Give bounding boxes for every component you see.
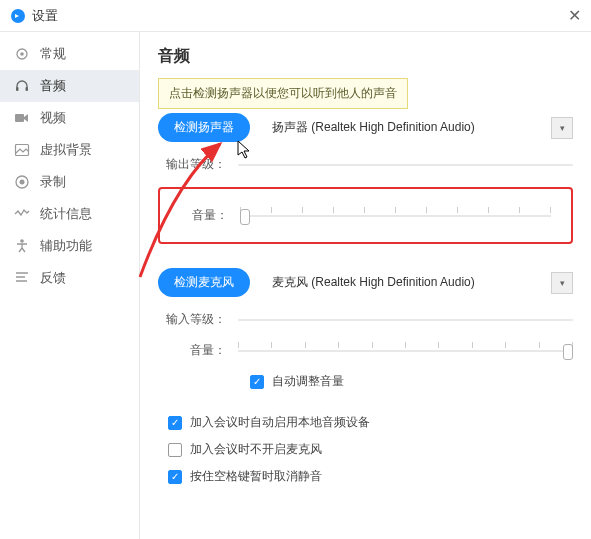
sidebar-item-label: 虚拟背景 <box>40 141 92 159</box>
sidebar-item-label: 音频 <box>40 77 66 95</box>
output-level-label: 输出等级： <box>158 156 238 173</box>
sidebar-item-label: 统计信息 <box>40 205 92 223</box>
chevron-down-icon[interactable]: ▾ <box>551 117 573 139</box>
content: 音频 点击检测扬声器以便您可以听到他人的声音 检测扬声器 扬声器 (Realte… <box>140 32 591 539</box>
image-icon <box>14 142 30 158</box>
mic-volume-label: 音量： <box>158 342 238 359</box>
sidebar-item-general[interactable]: 常规 <box>0 38 139 70</box>
close-icon[interactable]: ✕ <box>568 6 581 25</box>
sidebar-item-feedback[interactable]: 反馈 <box>0 262 139 294</box>
sidebar-item-label: 视频 <box>40 109 66 127</box>
audio-options: ✓ 加入会议时自动启用本地音频设备 加入会议时不开启麦克风 ✓ 按住空格键暂时取… <box>158 414 573 485</box>
speaker-section: 检测扬声器 扬声器 (Realtek High Definition Audio… <box>158 113 573 244</box>
option-label: 按住空格键暂时取消静音 <box>190 468 322 485</box>
speaker-device-text: 扬声器 (Realtek High Definition Audio) <box>264 114 551 141</box>
record-icon <box>14 174 30 190</box>
gear-icon <box>14 46 30 62</box>
sidebar-item-audio[interactable]: 音频 <box>0 70 139 102</box>
input-level-label: 输入等级： <box>158 311 238 328</box>
checkbox-checked-icon[interactable]: ✓ <box>168 470 182 484</box>
checkbox-checked-icon[interactable]: ✓ <box>168 416 182 430</box>
window-title: 设置 <box>32 7 58 25</box>
speaker-device-select[interactable]: 扬声器 (Realtek High Definition Audio) ▾ <box>264 114 573 141</box>
svg-rect-3 <box>16 87 19 91</box>
svg-point-9 <box>20 239 24 243</box>
option-label: 加入会议时自动启用本地音频设备 <box>190 414 370 431</box>
sidebar-item-label: 辅助功能 <box>40 237 92 255</box>
feedback-icon <box>14 270 30 286</box>
sidebar-item-label: 常规 <box>40 45 66 63</box>
mic-device-text: 麦克风 (Realtek High Definition Audio) <box>264 269 551 296</box>
speaker-volume-slider[interactable] <box>240 208 551 224</box>
test-mic-button[interactable]: 检测麦克风 <box>158 268 250 297</box>
sidebar-item-recording[interactable]: 录制 <box>0 166 139 198</box>
mic-device-select[interactable]: 麦克风 (Realtek High Definition Audio) ▾ <box>264 269 573 296</box>
sidebar-item-virtual-bg[interactable]: 虚拟背景 <box>0 134 139 166</box>
checkbox-unchecked-icon[interactable] <box>168 443 182 457</box>
accessibility-icon <box>14 238 30 254</box>
sidebar-item-statistics[interactable]: 统计信息 <box>0 198 139 230</box>
sidebar-item-label: 反馈 <box>40 269 66 287</box>
svg-point-2 <box>20 52 24 56</box>
tooltip: 点击检测扬声器以便您可以听到他人的声音 <box>158 78 408 109</box>
svg-rect-4 <box>26 87 29 91</box>
mic-volume-slider[interactable] <box>238 343 573 359</box>
sidebar-item-label: 录制 <box>40 173 66 191</box>
chevron-down-icon[interactable]: ▾ <box>551 272 573 294</box>
output-level-meter <box>238 161 573 169</box>
svg-point-8 <box>20 180 25 185</box>
sidebar-item-accessibility[interactable]: 辅助功能 <box>0 230 139 262</box>
option-auto-enable-audio[interactable]: ✓ 加入会议时自动启用本地音频设备 <box>168 414 573 431</box>
app-icon <box>10 8 26 24</box>
page-title: 音频 <box>158 46 573 67</box>
video-icon <box>14 110 30 126</box>
option-space-unmute[interactable]: ✓ 按住空格键暂时取消静音 <box>168 468 573 485</box>
input-level-meter <box>238 316 573 324</box>
sidebar: 常规 音频 视频 虚拟背景 录制 统计信息 辅助功能 反馈 <box>0 32 140 539</box>
headphones-icon <box>14 78 30 94</box>
option-label: 加入会议时不开启麦克风 <box>190 441 322 458</box>
checkbox-checked-icon[interactable]: ✓ <box>250 375 264 389</box>
titlebar: 设置 ✕ <box>0 0 591 32</box>
option-join-without-mic[interactable]: 加入会议时不开启麦克风 <box>168 441 573 458</box>
auto-adjust-volume-row[interactable]: ✓ 自动调整音量 <box>250 373 573 390</box>
sidebar-item-video[interactable]: 视频 <box>0 102 139 134</box>
stats-icon <box>14 206 30 222</box>
mic-section: 检测麦克风 麦克风 (Realtek High Definition Audio… <box>158 268 573 390</box>
svg-rect-5 <box>15 114 24 122</box>
speaker-volume-label: 音量： <box>180 207 240 224</box>
auto-adjust-label: 自动调整音量 <box>272 373 344 390</box>
titlebar-left: 设置 <box>10 7 58 25</box>
speaker-volume-highlight: 音量： <box>158 187 573 244</box>
test-speaker-button[interactable]: 检测扬声器 <box>158 113 250 142</box>
